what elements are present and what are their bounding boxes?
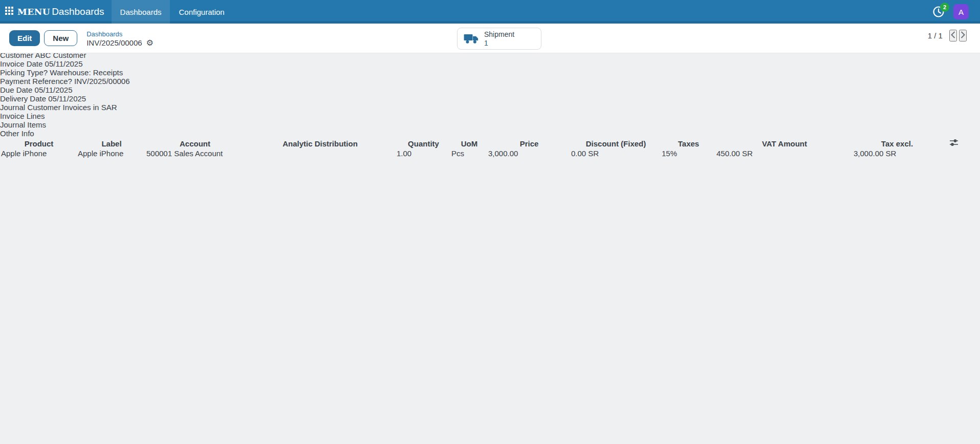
col-quantity: Quantity	[397, 139, 450, 148]
breadcrumb-current: INV/2025/00006	[86, 38, 142, 48]
chevron-left-icon	[950, 33, 956, 40]
brand-app-text: Dashboards	[52, 6, 104, 17]
breadcrumb-parent-link[interactable]: Dashboards	[86, 30, 154, 38]
col-label: Label	[78, 139, 145, 148]
right-field-column: Invoice Date 05/11/2025 Picking Type? Wa…	[0, 59, 980, 112]
new-button[interactable]: New	[44, 30, 77, 46]
pager-next-button[interactable]	[959, 30, 967, 41]
invoice-date-label: Invoice Date	[0, 59, 42, 68]
picking-type-field: Picking Type? Warehouse: Receipts	[0, 68, 980, 77]
breadcrumb: Dashboards INV/2025/00006 ⚙	[86, 30, 154, 48]
col-uom: UoM	[451, 139, 487, 148]
due-date-field: Due Date 05/11/2025	[0, 86, 980, 94]
tab-other-info[interactable]: Other Info	[0, 129, 980, 138]
control-panel: Edit New Dashboards INV/2025/00006 ⚙ Shi…	[0, 24, 980, 53]
app-menu-button[interactable]: MENU Dashboards	[0, 0, 112, 24]
apps-grid-icon	[5, 7, 14, 17]
user-avatar[interactable]: A	[953, 4, 969, 19]
payment-reference-label: Payment Reference	[0, 77, 68, 86]
invoice-date-field: Invoice Date 05/11/2025	[0, 59, 980, 68]
chevron-right-icon	[960, 33, 966, 40]
table-row[interactable]: Apple iPhone Apple iPhone 500001 Sales A…	[1, 149, 966, 158]
tax-badge: 15%	[662, 149, 677, 158]
truck-icon	[464, 32, 479, 46]
pager: 1 / 1	[928, 30, 967, 41]
pager-value[interactable]: 1 / 1	[928, 31, 943, 40]
journal-field: Journal Customer Invoices in SAR	[0, 103, 980, 112]
due-date-label: Due Date	[0, 86, 32, 94]
journal-currency-link[interactable]: SAR	[101, 103, 117, 112]
cell-discount: 0.00 SR	[571, 149, 661, 158]
col-product: Product	[1, 139, 77, 148]
cell-analytic	[245, 149, 396, 158]
journal-value: Customer Invoices	[27, 103, 91, 112]
cell-label: Apple iPhone	[78, 149, 145, 158]
help-icon: ?	[43, 68, 48, 77]
col-account: Account	[146, 139, 244, 148]
optional-columns-button[interactable]	[942, 139, 966, 148]
help-icon: ?	[68, 77, 72, 86]
invoice-lines-table: Product Label Account Analytic Distribut…	[0, 138, 967, 160]
picking-type-value-link[interactable]: Warehouse: Receipts	[50, 68, 123, 77]
col-taxes: Taxes	[662, 139, 715, 148]
tab-invoice-lines[interactable]: Invoice Lines	[0, 112, 980, 120]
gear-icon[interactable]: ⚙	[146, 39, 154, 47]
brand-menu-text: MENU	[17, 7, 50, 17]
cell-quantity: 1.00	[397, 149, 450, 158]
payment-reference-field: Payment Reference? INV/2025/00006	[0, 77, 980, 86]
pager-previous-button[interactable]	[949, 30, 957, 41]
shipment-label: Shipment	[484, 30, 514, 38]
payment-reference-value: INV/2025/00006	[74, 77, 129, 86]
shipment-stat-button[interactable]: Shipment 1	[457, 28, 541, 50]
picking-type-label: Picking Type	[0, 68, 43, 77]
nav-item-configuration[interactable]: Configuration	[170, 0, 233, 24]
cell-vat-amount: 450.00 SR	[716, 149, 853, 158]
invoice-date-value: 05/11/2025	[45, 59, 83, 68]
col-analytic-distribution: Analytic Distribution	[245, 139, 396, 148]
delivery-date-value: 05/11/2025	[48, 94, 86, 103]
activity-menu-button[interactable]: 2	[932, 5, 945, 18]
activity-clock-icon	[932, 11, 945, 20]
due-date-value: 05/11/2025	[35, 86, 73, 94]
journal-label: Journal	[0, 103, 25, 112]
cell-account: 500001 Sales Account	[146, 149, 244, 158]
notebook-tabs: Invoice Lines Journal Items Other Info	[0, 112, 980, 138]
activity-count-badge: 2	[940, 3, 949, 12]
delivery-date-field: Delivery Date 05/11/2025	[0, 94, 980, 103]
column-adjust-icon	[949, 139, 959, 148]
shipment-count: 1	[484, 39, 514, 47]
top-navbar: MENU Dashboards Dashboards Configuration…	[0, 0, 980, 24]
delivery-date-label: Delivery Date	[0, 94, 46, 103]
cell-tax-excl: 3,000.00 SR	[854, 149, 941, 158]
col-price: Price	[488, 139, 570, 148]
table-header-row: Product Label Account Analytic Distribut…	[1, 139, 966, 148]
journal-in-label: in	[93, 103, 99, 112]
nav-item-dashboards[interactable]: Dashboards	[112, 0, 170, 24]
cell-price: 3,000.00	[488, 149, 570, 158]
col-discount-fixed: Discount (Fixed)	[571, 139, 661, 148]
col-tax-excl: Tax excl.	[854, 139, 941, 148]
product-link[interactable]: Apple iPhone	[1, 149, 47, 158]
col-vat-amount: VAT Amount	[716, 139, 853, 148]
tab-journal-items[interactable]: Journal Items	[0, 120, 980, 129]
edit-button[interactable]: Edit	[9, 30, 40, 46]
cell-uom: Pcs	[451, 149, 487, 158]
